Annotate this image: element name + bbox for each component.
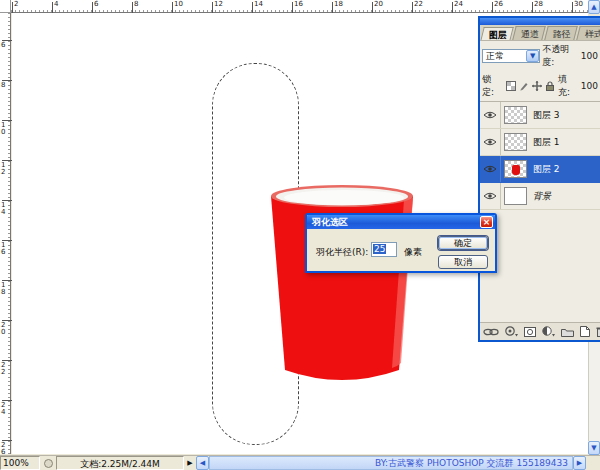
ruler-tick-label: 2 <box>14 1 18 8</box>
window-resize-grip[interactable] <box>586 456 600 470</box>
cup-thumbnail-graphic <box>512 165 520 175</box>
opacity-label: 不透明度: <box>542 43 579 69</box>
ruler-tick-label: 8 <box>134 1 138 8</box>
ruler-tick-label: 24 <box>454 1 463 8</box>
vertical-scrollbar-up-button[interactable]: ▲ <box>588 0 600 14</box>
layer-name[interactable]: 图层 2 <box>533 163 560 176</box>
layer-mask-icon[interactable] <box>524 327 536 337</box>
lock-position-icon[interactable] <box>532 81 542 91</box>
layer-name[interactable]: 背景 <box>533 190 551 203</box>
scroll-right-button[interactable]: ▶ <box>573 456 586 470</box>
eye-icon <box>483 138 497 146</box>
ruler-tick-label: 18 <box>334 1 343 8</box>
adjustment-layer-icon[interactable] <box>542 326 555 337</box>
new-layer-icon[interactable] <box>580 326 590 337</box>
eye-icon <box>483 165 497 173</box>
vertical-scrollbar-down-button[interactable]: ▼ <box>588 441 600 455</box>
tab-paths[interactable]: 路径 <box>544 26 577 40</box>
ruler-tick-label: 12 <box>1 162 9 176</box>
ruler-tick-label: 28 <box>534 1 543 8</box>
lock-all-icon[interactable] <box>545 81 555 91</box>
ruler-tick-label: 4 <box>54 1 58 8</box>
down-arrow-icon: ▼ <box>591 445 596 452</box>
lock-pixels-icon[interactable] <box>519 81 529 91</box>
vertical-ruler[interactable]: 68101214161820222426 <box>0 13 11 454</box>
ruler-tick-label: 20 <box>1 322 9 336</box>
fill-label: 填充: <box>558 73 579 99</box>
opacity-value[interactable]: 100 <box>581 51 598 61</box>
layer-row-background[interactable]: 背景 <box>480 183 600 210</box>
horizontal-ruler[interactable]: 24681012141618202224262830 <box>11 0 588 13</box>
layer-list: 图层 3 图层 1 图层 2 背景 <box>480 101 600 210</box>
delete-layer-icon[interactable] <box>596 326 600 337</box>
layer-thumbnail[interactable] <box>504 160 527 178</box>
status-bar: 100% 文档:2.25M/2.44M ▶ ◀ BY:古武警察 PHOTOSHO… <box>0 455 600 470</box>
ruler-tick-label: 10 <box>174 1 183 8</box>
lock-transparency-icon[interactable] <box>506 81 516 91</box>
scroll-left-button[interactable]: ◀ <box>196 456 209 470</box>
ruler-tick-label: 26 <box>494 1 503 8</box>
pixels-unit-label: 像素 <box>404 246 422 259</box>
ok-button[interactable]: 确定 <box>438 236 488 250</box>
feather-radius-input[interactable]: 25 <box>371 242 397 257</box>
fill-value[interactable]: 100 <box>581 81 598 91</box>
ruler-tick-label: 22 <box>414 1 423 8</box>
layer-thumbnail[interactable] <box>504 187 527 205</box>
vertical-scrollbar-track[interactable] <box>588 342 600 441</box>
lock-label: 锁定: <box>482 73 503 99</box>
ruler-tick-label: 22 <box>1 362 9 376</box>
palette-tabs: 图层 通道 路径 样式 <box>480 25 600 41</box>
ruler-tick-label: 6 <box>94 1 98 8</box>
chevron-down-icon[interactable]: ▼ <box>526 50 539 62</box>
layers-palette: 图层 通道 路径 样式 正常 ▼ 不透明度: 100 锁定: 填充: 100 图… <box>478 16 600 342</box>
tab-styles[interactable]: 样式 <box>576 26 600 40</box>
ruler-tick-label: 10 <box>1 122 9 136</box>
ruler-tick-label: 16 <box>1 242 9 256</box>
ruler-tick-label: 18 <box>1 282 9 296</box>
dialog-title-bar[interactable]: 羽化选区 × <box>307 215 495 229</box>
layer-thumbnail[interactable] <box>504 133 527 151</box>
feather-radius-label: 羽化半径(R): <box>316 246 368 259</box>
blend-mode-row: 正常 ▼ 不透明度: 100 <box>480 41 600 71</box>
eye-icon <box>483 111 497 119</box>
ruler-tick-label: 26 <box>1 442 9 456</box>
palette-empty-area <box>480 210 600 322</box>
dialog-title: 羽化选区 <box>312 216 348 229</box>
watermark-text: BY:古武警察 PHOTOSHOP 交流群 155189433 <box>375 457 568 470</box>
ruler-tick-label: 14 <box>1 202 9 216</box>
dialog-body: 羽化半径(R): 25 像素 确定 取消 <box>307 229 495 273</box>
palette-bottom-bar <box>480 322 600 340</box>
ruler-corner <box>0 0 11 13</box>
layer-row-1[interactable]: 图层 1 <box>480 129 600 156</box>
layer-style-icon[interactable] <box>505 326 518 337</box>
palette-title-bar[interactable] <box>480 18 600 25</box>
document-size-info: 文档:2.25M/2.44M <box>56 456 184 470</box>
ruler-tick-label: 6 <box>1 42 9 49</box>
layer-name[interactable]: 图层 1 <box>533 136 560 149</box>
link-layers-icon[interactable] <box>483 328 499 336</box>
up-arrow-icon: ▲ <box>591 4 596 11</box>
ruler-tick-label: 8 <box>1 82 9 89</box>
feather-selection-dialog: 羽化选区 × 羽化半径(R): 25 像素 确定 取消 <box>305 213 497 273</box>
zoom-level-field[interactable]: 100% <box>0 456 40 470</box>
layer-thumbnail[interactable] <box>504 106 527 124</box>
eye-icon <box>483 192 497 200</box>
layer-row-2-selected[interactable]: 图层 2 <box>480 156 600 183</box>
layer-name[interactable]: 图层 3 <box>533 109 560 122</box>
close-icon[interactable]: × <box>480 216 493 228</box>
tab-channels[interactable]: 通道 <box>512 26 545 40</box>
new-group-icon[interactable] <box>561 327 574 337</box>
ruler-tick-label: 20 <box>374 1 383 8</box>
blend-mode-select[interactable]: 正常 ▼ <box>482 49 540 63</box>
ruler-tick-label: 14 <box>254 1 263 8</box>
document-status-icon <box>40 456 56 470</box>
status-menu-arrow[interactable]: ▶ <box>184 456 196 470</box>
cancel-button[interactable]: 取消 <box>438 255 488 269</box>
horizontal-scrollbar-track[interactable]: BY:古武警察 PHOTOSHOP 交流群 155189433 <box>209 456 573 470</box>
lock-row: 锁定: 填充: 100 <box>480 71 600 101</box>
layer-row-3[interactable]: 图层 3 <box>480 102 600 129</box>
horizontal-scrollbar[interactable]: ◀ BY:古武警察 PHOTOSHOP 交流群 155189433 ▶ <box>196 456 586 470</box>
ruler-tick-label: 12 <box>214 1 223 8</box>
tab-layers[interactable]: 图层 <box>480 27 513 41</box>
red-cup-image <box>252 170 427 395</box>
